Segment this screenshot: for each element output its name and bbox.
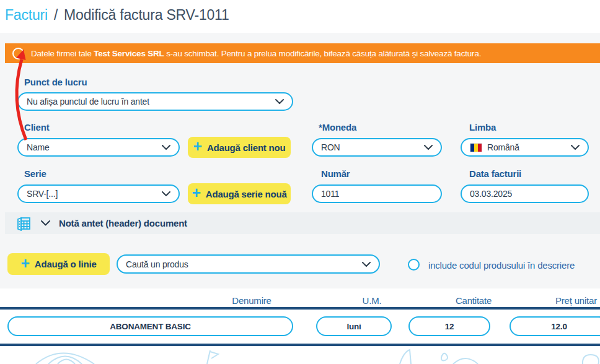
add-serie-button[interactable]: + Adaugă serie nouă [188,183,291,204]
plus-icon: + [20,256,29,271]
breadcrumb: Facturi / Modifică factura SRV-1011 [5,7,229,24]
column-header-um: U.M. [363,295,382,306]
chevron-down-icon [275,99,284,104]
plus-icon: + [193,139,201,154]
punct-de-lucru-select[interactable]: Nu afișa punctul de lucru în antet [17,92,293,111]
punct-de-lucru-label: Punct de lucru [24,77,87,87]
moneda-label: *Moneda [319,122,356,132]
moneda-select[interactable]: RON [312,138,442,157]
limba-select[interactable]: Română [461,138,589,157]
table-header-divider [0,307,600,310]
include-product-code-label: include codul produsului în descriere [428,260,575,271]
breadcrumb-separator: / [54,7,58,24]
row-pret-unitar-input[interactable]: 12.0 [510,316,600,336]
table-row-divider [0,344,600,346]
banner-company-name: Test Services SRL [94,49,164,58]
plus-icon: + [192,185,200,201]
chevron-down-icon [424,145,433,150]
breadcrumb-facturi-link[interactable]: Facturi [5,7,48,24]
limba-label: Limba [469,122,496,132]
column-header-cantitate: Cantitate [456,295,492,306]
add-client-button[interactable]: + Adaugă client nou [188,137,291,158]
company-changed-banner: Datele firmei tale Test Services SRL s-a… [5,43,600,63]
row-denumire-input[interactable]: ABONAMENT BASIC [7,316,293,336]
numar-input[interactable]: 1011 [312,184,442,203]
chevron-down-icon [162,145,170,150]
romania-flag-icon [470,143,482,152]
header-note-label: Notă antet (header) document [59,218,187,228]
banner-text: Datele firmei tale Test Services SRL s-a… [31,49,481,58]
data-facturii-input[interactable]: 03.03.2025 [461,184,589,203]
numar-label: Număr [321,168,350,179]
client-label: Client [24,122,49,132]
row-um-input[interactable]: luni [316,316,392,336]
add-line-button[interactable]: + Adaugă o linie [7,253,110,275]
data-facturii-label: Data facturii [469,168,521,179]
column-header-denumire: Denumire [232,295,271,306]
chevron-down-icon [571,145,580,150]
invoice-edit-page: Facturi / Modifică factura SRV-1011 Date… [0,0,600,364]
include-product-code-radio[interactable] [408,259,420,271]
product-search-select[interactable]: Caută un produs [117,254,380,274]
serie-select[interactable]: SRV-[...] [17,184,180,203]
document-table-icon [16,216,32,231]
page-title: Modifică factura SRV-1011 [64,7,229,24]
client-select[interactable]: Name [17,138,180,157]
banner-checkbox[interactable] [12,48,24,59]
chevron-down-icon [41,220,50,226]
chevron-down-icon [162,191,170,196]
header-note-bar[interactable]: Notă antet (header) document [5,212,600,234]
row-cantitate-input[interactable]: 12 [408,316,490,336]
serie-label: Serie [24,168,46,179]
chevron-down-icon [362,262,371,267]
column-header-pret-unitar: Preț unitar [555,295,597,306]
